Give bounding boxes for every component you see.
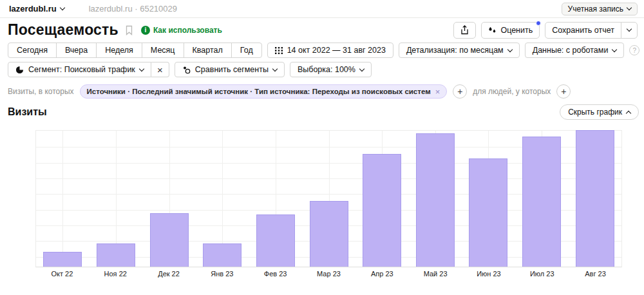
hide-chart-label: Скрыть график [568,108,622,117]
chart-plot-area [36,131,621,267]
x-axis-label: Фев 23 [249,270,302,278]
detail-dropdown[interactable]: Детализация: по месяцам [399,43,520,58]
chart-bar-апр-23[interactable] [363,154,401,267]
x-axis-label: Дек 22 [142,270,196,278]
notification-badge [536,21,541,26]
how-to-use-label: Как использовать [153,26,222,35]
save-report-split-button: Сохранить отчет [545,22,638,39]
chevron-down-icon [627,5,632,10]
detail-label: Детализация: по месяцам [406,46,504,55]
save-report-button[interactable]: Сохранить отчет [545,22,621,39]
period-yesterday[interactable]: Вчера [56,43,97,58]
segment-toolbar: Сегмент: Поисковый трафик × Сравнить сег… [8,62,372,77]
data-mode-label: Данные: с роботами [533,46,609,55]
segment-split-control: Сегмент: Поисковый трафик × [8,62,169,77]
period-toolbar: Сегодня Вчера Неделя Месяц Квартал Год 1… [8,43,639,58]
chart-slot [142,131,196,267]
period-year[interactable]: Год [231,43,262,58]
chart-slot [196,131,249,267]
page-title: Посещаемость [8,21,118,39]
account-menu-label: Учетная запись [568,5,623,14]
chart-bar-май-23[interactable] [416,133,455,267]
top-bar: lazerdubl.ru lazerdubl.ru · 65210029 Уче… [0,0,644,18]
help-icon[interactable]: ? [629,45,639,55]
share-icon [460,25,469,35]
save-report-menu-button[interactable] [621,22,638,39]
period-today[interactable]: Сегодня [8,43,57,58]
source-filter-chip[interactable]: Источники · Последний значимый источник … [80,84,448,99]
chevron-down-icon [139,66,144,71]
x-axis-labels: Окт 22Ноя 22Дек 22Янв 23Фев 23Мар 23Апр … [35,270,622,278]
report-header: Посещаемость i Как использовать Оценить … [8,21,638,39]
x-axis-label: Май 23 [409,270,462,278]
period-segmented-control: Сегодня Вчера Неделя Месяц Квартал Год [8,43,262,58]
chart-bar-окт-22[interactable] [43,252,82,267]
chevron-up-icon [626,110,631,115]
period-week[interactable]: Неделя [96,43,142,58]
x-axis-label: Окт 22 [35,270,89,278]
chart-bar-авг-23[interactable] [576,130,614,267]
chevron-down-icon [59,5,64,10]
x-axis-label: Авг 23 [569,270,622,278]
hide-chart-button[interactable]: Скрыть график [560,104,639,120]
chip-close-icon[interactable]: × [435,87,440,97]
add-people-condition-button[interactable]: + [556,84,571,99]
chart-bar-июн-23[interactable] [469,158,507,267]
chart-slot [462,131,515,267]
counter-selector[interactable]: lazerdubl.ru [9,4,64,14]
rate-label: Оценить [500,26,533,35]
counter-name-label: lazerdubl.ru [9,4,57,14]
chart-bar-ноя-22[interactable] [97,243,135,267]
chart-slot [36,131,90,267]
x-axis-label: Ноя 22 [89,270,142,278]
segment-dropdown[interactable]: Сегмент: Поисковый трафик [8,62,151,77]
segment-label: Сегмент: Поисковый трафик [28,65,135,74]
period-quarter[interactable]: Квартал [184,43,232,58]
chart-bar-фев-23[interactable] [256,214,295,267]
chart-slot [408,131,462,267]
account-menu-button[interactable]: Учетная запись [562,3,638,15]
metric-title: Визиты [8,106,47,118]
compare-segments-dropdown[interactable]: Сравнить сегменты [175,62,285,77]
people-condition-label: для людей, у которых [473,87,551,96]
x-axis-label: Апр 23 [355,270,409,278]
info-circle-icon: i [141,26,150,35]
counter-meta: lazerdubl.ru · 65210029 [89,4,177,14]
chart-slot [355,131,409,267]
x-axis-label: Янв 23 [195,270,249,278]
chart-slot [515,131,569,267]
chevron-down-icon [507,46,512,52]
share-button[interactable] [453,22,476,39]
x-axis-label: Мар 23 [302,270,355,278]
chart-slot [90,131,143,267]
period-month[interactable]: Месяц [142,43,184,58]
sampling-dropdown[interactable]: Выборка: 100% [290,62,372,77]
x-axis-label: Июн 23 [462,270,516,278]
chevron-down-icon [272,66,278,71]
gridline [62,131,63,267]
chart-bar-дек-22[interactable] [150,213,189,267]
chart-bar-янв-23[interactable] [203,243,242,267]
compare-segments-label: Сравнить сегменты [195,65,269,74]
bookmark-icon[interactable] [125,25,133,35]
rate-button[interactable]: Оценить [481,22,540,39]
chart-bar-июл-23[interactable] [522,137,561,267]
sampling-label: Выборка: 100% [298,65,355,74]
chevron-down-icon [359,66,365,71]
filter-row: Визиты, в которых Источники · Последний … [8,84,571,99]
compare-drops-icon [182,66,191,74]
add-visit-condition-button[interactable]: + [453,84,467,99]
data-mode-dropdown[interactable]: Данные: с роботами [525,43,625,58]
x-axis-label: Июл 23 [515,270,569,278]
chevron-down-icon [612,46,617,52]
segment-clear-button[interactable]: × [151,62,169,77]
visits-condition-label: Визиты, в которых [8,87,74,96]
thumbs-rate-icon [488,26,497,34]
how-to-use-link[interactable]: i Как использовать [141,26,222,35]
segment-pie-icon [15,66,24,74]
calendar-grid-icon [275,46,283,54]
date-range-button[interactable]: 14 окт 2022 — 31 авг 2023 [267,43,393,58]
source-filter-text: Источники · Последний значимый источник … [87,88,431,95]
chevron-down-icon [627,26,632,32]
chart-bar-мар-23[interactable] [310,201,348,267]
